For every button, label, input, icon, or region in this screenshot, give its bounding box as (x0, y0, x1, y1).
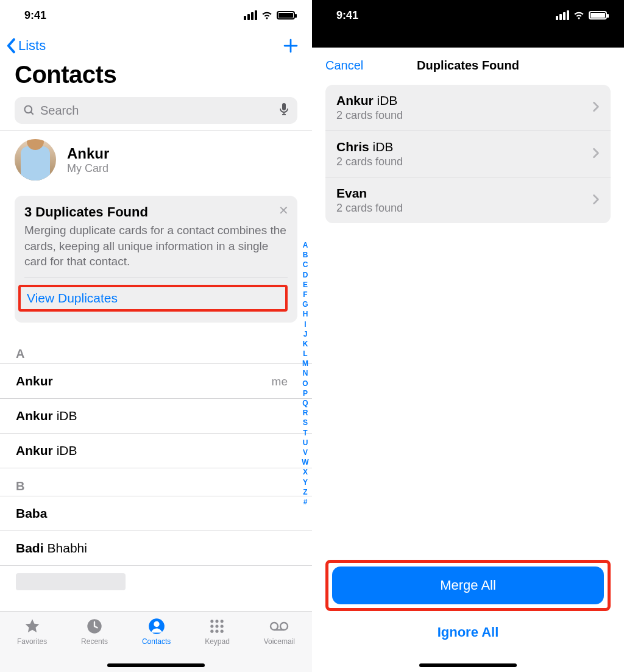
back-label: Lists (18, 38, 46, 54)
contact-row[interactable]: Ankur iDB (0, 434, 312, 468)
chevron-right-icon (592, 148, 600, 161)
svg-point-16 (211, 630, 214, 633)
my-card-sub: My Card (67, 162, 109, 175)
page-title: Contacts (0, 57, 312, 97)
svg-point-19 (271, 623, 278, 630)
duplicates-title: 3 Duplicates Found (24, 204, 288, 220)
svg-point-2 (25, 106, 32, 113)
status-icons (244, 10, 295, 20)
contacts-screen: 9:41 Lists Contacts An (0, 0, 312, 672)
search-field[interactable] (15, 97, 297, 124)
avatar (15, 139, 56, 181)
contact-row[interactable]: Ankur iDB (0, 399, 312, 434)
home-indicator[interactable] (107, 663, 205, 667)
view-duplicates-button[interactable]: View Duplicates (27, 291, 118, 306)
annotation-highlight: Merge All (325, 560, 611, 611)
duplicate-item[interactable]: Evan 2 cards found (325, 177, 611, 223)
svg-line-3 (31, 112, 34, 115)
clock-icon (85, 618, 104, 635)
sheet-nav: Cancel Duplicates Found (312, 48, 624, 85)
search-input[interactable] (40, 104, 274, 118)
svg-point-20 (280, 623, 288, 630)
svg-point-13 (211, 624, 214, 627)
tab-recents[interactable]: Recents (81, 618, 108, 672)
wifi-icon (261, 10, 273, 20)
star-icon (23, 618, 41, 635)
chevron-right-icon (592, 194, 600, 207)
nav-bar: Lists (0, 30, 312, 57)
duplicates-list: Ankur iDB 2 cards found Chris iDB 2 card… (325, 85, 611, 223)
me-badge: me (272, 375, 288, 388)
chevron-right-icon (592, 101, 600, 115)
section-header: B (0, 468, 312, 496)
person-icon (147, 618, 166, 635)
keypad-icon (208, 618, 226, 635)
status-bar: 9:41 (312, 0, 624, 30)
duplicate-item[interactable]: Chris iDB 2 cards found (325, 131, 611, 177)
section-header: A (0, 336, 312, 364)
duplicates-desc: Merging duplicate cards for a contact co… (24, 223, 288, 277)
status-bar: 9:41 (0, 0, 312, 30)
tab-bar: Favorites Recents Contacts Keypad Voicem… (0, 611, 312, 672)
ignore-all-button[interactable]: Ignore All (325, 620, 611, 645)
svg-point-14 (216, 624, 219, 627)
my-card-row[interactable]: Ankur My Card (0, 130, 312, 192)
status-time: 9:41 (336, 9, 358, 22)
sheet-title: Duplicates Found (312, 59, 624, 73)
contact-row[interactable]: Ankur me (0, 364, 312, 399)
status-time: 9:41 (24, 9, 46, 22)
svg-point-18 (221, 630, 224, 633)
dictate-icon[interactable] (279, 102, 289, 118)
tab-voicemail[interactable]: Voicemail (264, 618, 295, 672)
svg-rect-4 (282, 103, 286, 110)
contact-row[interactable]: Baba (0, 496, 312, 531)
duplicates-banner: ✕ 3 Duplicates Found Merging duplicate c… (15, 196, 297, 323)
status-icons (556, 10, 607, 20)
my-card-name: Ankur (67, 145, 109, 162)
duplicate-item[interactable]: Ankur iDB 2 cards found (325, 85, 611, 131)
add-contact-button[interactable] (282, 37, 300, 55)
voicemail-icon (269, 618, 289, 635)
battery-icon (277, 11, 295, 20)
duplicates-screen: 9:41 Cancel Duplicates Found Ankur iDB 2… (312, 0, 624, 672)
contact-row[interactable]: Badi Bhabhi (0, 531, 312, 566)
home-indicator[interactable] (419, 663, 517, 667)
partial-row (16, 573, 126, 590)
annotation-highlight: View Duplicates (18, 285, 288, 312)
tab-keypad[interactable]: Keypad (205, 618, 230, 672)
tab-favorites[interactable]: Favorites (17, 618, 47, 672)
bottom-actions: Merge All Ignore All (312, 560, 624, 672)
battery-icon (589, 11, 607, 20)
svg-point-10 (211, 620, 214, 623)
svg-point-12 (221, 620, 224, 623)
cellular-icon (244, 10, 257, 20)
merge-all-button[interactable]: Merge All (332, 567, 604, 604)
svg-point-9 (154, 621, 159, 627)
wifi-icon (573, 10, 585, 20)
svg-point-15 (221, 624, 224, 627)
back-button[interactable]: Lists (6, 38, 46, 54)
section-index[interactable]: ABCDEFGHIJKLMNOPQRSTUVWXYZ# (300, 240, 311, 507)
svg-point-17 (216, 630, 219, 633)
cellular-icon (556, 10, 569, 20)
search-icon (23, 104, 35, 116)
svg-point-11 (216, 620, 219, 623)
close-icon[interactable]: ✕ (278, 203, 289, 218)
